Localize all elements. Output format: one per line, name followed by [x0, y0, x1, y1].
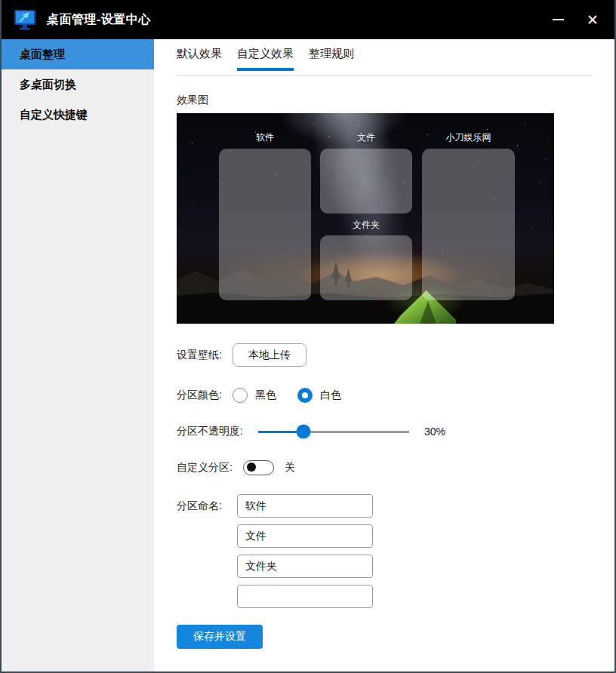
zone-panel-xiaodao [422, 149, 515, 300]
radio-white-icon[interactable] [297, 388, 313, 403]
content-panel: 默认效果 自定义效果 整理规则 效果图 软件 文件 小刀娱乐网 文件夹 [154, 39, 614, 671]
sidebar-item-label: 多桌面切换 [20, 78, 76, 92]
window-controls: ✕ [541, 0, 610, 39]
zone-panel-files [320, 149, 412, 214]
opacity-slider-thumb[interactable] [296, 424, 310, 438]
radio-black-label: 黑色 [255, 389, 276, 402]
main-area: 桌面整理 多桌面切换 自定义快捷键 默认效果 自定义效果 整理规则 效果图 [2, 39, 614, 671]
zone-name-input-3[interactable] [237, 555, 373, 578]
local-upload-button[interactable]: 本地上传 [233, 343, 306, 367]
monitor-app-icon [12, 8, 38, 32]
zone-color-label: 分区颜色: [177, 389, 222, 402]
custom-zone-state: 关 [285, 461, 295, 475]
zone-naming-label: 分区命名: [177, 494, 222, 608]
preview-section-label: 效果图 [177, 94, 208, 107]
wallpaper-preview: 软件 文件 小刀娱乐网 文件夹 [177, 113, 554, 324]
radio-white-label: 白色 [320, 389, 341, 402]
zone-naming-row: 分区命名: [177, 494, 373, 608]
tab-label: 自定义效果 [237, 47, 294, 60]
zone-name-input-4[interactable] [237, 585, 373, 608]
opacity-label: 分区不透明度: [177, 425, 243, 438]
tab-default-effect[interactable]: 默认效果 [177, 47, 222, 71]
app-window: 桌面管理-设置中心 ✕ 桌面整理 多桌面切换 自定义快捷键 默认效果 自定义效果… [0, 0, 616, 673]
zone-color-row: 分区颜色: 黑色 白色 [177, 387, 352, 403]
sidebar-item-multi-desktop[interactable]: 多桌面切换 [2, 69, 154, 100]
zone-label-software: 软件 [219, 131, 311, 144]
custom-zone-row: 自定义分区: 关 [177, 459, 295, 475]
opacity-row: 分区不透明度: 30% [177, 424, 445, 438]
tab-organize-rules[interactable]: 整理规则 [309, 47, 354, 71]
radio-option-black[interactable]: 黑色 [233, 388, 276, 403]
tab-custom-effect[interactable]: 自定义效果 [237, 47, 294, 71]
window-title: 桌面管理-设置中心 [47, 12, 151, 28]
tab-bar: 默认效果 自定义效果 整理规则 [177, 47, 354, 71]
sidebar-item-label: 桌面整理 [20, 48, 65, 62]
radio-option-white[interactable]: 白色 [297, 388, 341, 403]
zone-label-files: 文件 [320, 131, 412, 144]
custom-zone-label: 自定义分区: [177, 461, 233, 475]
close-button[interactable]: ✕ [575, 0, 610, 39]
zone-label-xiaodao: 小刀娱乐网 [422, 131, 515, 144]
sidebar-item-custom-hotkey[interactable]: 自定义快捷键 [2, 100, 154, 130]
zone-name-input-2[interactable] [237, 524, 373, 548]
zone-name-inputs [237, 494, 373, 608]
zone-name-input-1[interactable] [237, 494, 373, 518]
sidebar: 桌面整理 多桌面切换 自定义快捷键 [2, 39, 154, 671]
tab-label: 默认效果 [177, 47, 222, 60]
tab-divider [177, 75, 593, 76]
save-and-apply-button[interactable]: 保存并设置 [177, 625, 263, 649]
opacity-value: 30% [424, 426, 445, 438]
minimize-icon [553, 19, 564, 20]
zone-panel-software [219, 149, 311, 300]
close-icon: ✕ [587, 11, 599, 29]
minimize-button[interactable] [541, 0, 575, 39]
custom-zone-toggle[interactable] [243, 460, 274, 475]
sidebar-item-label: 自定义快捷键 [20, 108, 88, 122]
sidebar-item-desktop-organize[interactable]: 桌面整理 [2, 39, 154, 69]
zone-label-folders: 文件夹 [320, 219, 412, 232]
radio-black-icon[interactable] [233, 388, 248, 403]
wallpaper-row: 设置壁纸: 本地上传 [177, 343, 306, 367]
wallpaper-label: 设置壁纸: [177, 349, 222, 362]
opacity-slider[interactable] [258, 425, 409, 438]
toggle-knob [247, 462, 256, 472]
titlebar: 桌面管理-设置中心 ✕ [0, 0, 616, 39]
tab-label: 整理规则 [309, 47, 354, 60]
zone-panel-folders [320, 235, 412, 300]
